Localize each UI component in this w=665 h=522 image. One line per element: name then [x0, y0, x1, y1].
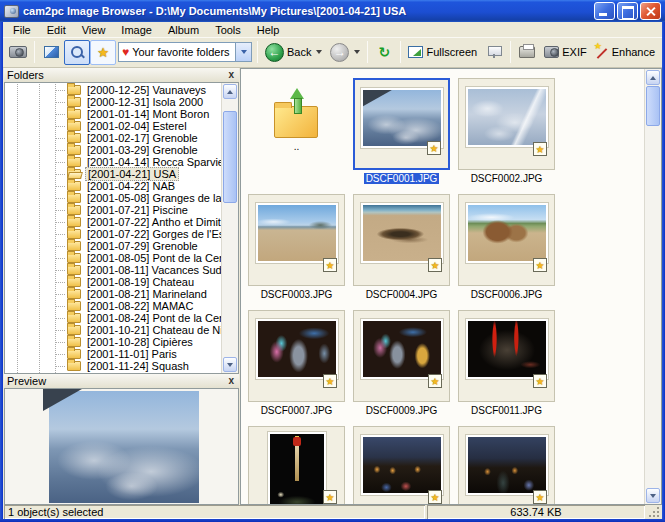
tree-item[interactable]: [2001-02-17] Grenoble: [5, 132, 221, 144]
forward-button[interactable]: →: [326, 40, 364, 65]
parent-folder-icon[interactable]: [272, 94, 322, 138]
tree-item[interactable]: [2001-08-21] Marineland: [5, 288, 221, 300]
tree-scroll-up-icon[interactable]: [223, 84, 237, 99]
menu-item-file[interactable]: File: [5, 23, 39, 37]
back-dropdown-icon[interactable]: [316, 50, 322, 54]
close-button[interactable]: [640, 2, 661, 20]
thumbnail-frame[interactable]: ★: [248, 310, 345, 402]
tree-item[interactable]: [2001-05-08] Granges de la Brasque: [5, 192, 221, 204]
favorite-star-badge[interactable]: ★: [428, 490, 442, 504]
favorite-star-badge[interactable]: ★: [533, 142, 547, 156]
thumbnail-image[interactable]: [256, 203, 338, 263]
favorite-star-badge[interactable]: ★: [323, 374, 337, 388]
menu-item-tools[interactable]: Tools: [207, 23, 249, 37]
thumbnail-item[interactable]: ★: [353, 426, 450, 505]
tree-item[interactable]: [2001-07-22] Antho et Dimitri: [5, 216, 221, 228]
tree-scroll-down-icon[interactable]: [223, 357, 237, 372]
thumbnail-item[interactable]: ★: [458, 426, 555, 505]
menu-item-view[interactable]: View: [74, 23, 114, 37]
thumbnail-frame[interactable]: ★: [458, 310, 555, 402]
tree-item[interactable]: [2001-04-21] USA: [5, 168, 221, 180]
menu-item-album[interactable]: Album: [160, 23, 207, 37]
tree-item[interactable]: [2001-10-21] Chateau de Nice: [5, 324, 221, 336]
tree-item[interactable]: [2001-08-05] Pont de la Cerise: [5, 252, 221, 264]
thumbnail-item[interactable]: ★DSCF0004.JPG: [353, 194, 450, 300]
thumbnail-frame[interactable]: ★: [248, 194, 345, 286]
tree-item[interactable]: [2001-01-14] Mont Boron: [5, 108, 221, 120]
thumbnail-item[interactable]: ★DSCF0001.JPG: [353, 78, 450, 184]
tree-item[interactable]: [2000-12-25] Vaunaveys: [5, 84, 221, 96]
enhance-button[interactable]: Enhance: [591, 40, 659, 65]
tree-item[interactable]: [2001-08-19] Chateau: [5, 276, 221, 288]
fullscreen-button[interactable]: Fullscreen: [404, 40, 481, 65]
exif-button[interactable]: EXIF: [540, 40, 590, 65]
thumbnail-image[interactable]: [361, 435, 443, 495]
favorite-star-badge[interactable]: ★: [533, 490, 547, 504]
tree-scroll-thumb[interactable]: [223, 111, 237, 203]
tree-item[interactable]: [2001-10-28] Cipières: [5, 336, 221, 348]
preview-close-icon[interactable]: x: [226, 376, 236, 386]
thumbnail-frame[interactable]: ★: [248, 426, 345, 505]
thumbnail-image[interactable]: [268, 432, 326, 505]
slideshow-button[interactable]: [481, 40, 507, 65]
thumbnail-frame[interactable]: ★: [353, 426, 450, 505]
maximize-button[interactable]: [617, 2, 638, 20]
tree-item[interactable]: [2001-08-24] Pont de la Cerise: [5, 312, 221, 324]
favorite-star-badge[interactable]: ★: [323, 258, 337, 272]
menu-item-image[interactable]: Image: [113, 23, 160, 37]
thumbnail-item[interactable]: ★DSCF0009.JPG: [353, 310, 450, 416]
thumbnail-item[interactable]: ★DSCF0007.JPG: [248, 310, 345, 416]
tree-item[interactable]: [2001-08-11] Vacances Sud-Ouest: [5, 264, 221, 276]
tree-item[interactable]: [2001-07-21] Piscine: [5, 204, 221, 216]
thumbnail-frame[interactable]: ★: [353, 310, 450, 402]
thumbnail-item[interactable]: ★DSCF0006.JPG: [458, 194, 555, 300]
parent-folder-item[interactable]: ..: [248, 78, 345, 184]
thumbnail-frame[interactable]: ★: [353, 194, 450, 286]
thumbnail-item[interactable]: ★DSCF0003.JPG: [248, 194, 345, 300]
thumbs-scroll-thumb[interactable]: [646, 86, 660, 126]
thumbnail-image[interactable]: [361, 203, 443, 263]
thumbnail-image[interactable]: [361, 319, 443, 379]
tree-scrollbar[interactable]: [221, 83, 238, 373]
favorite-star-badge[interactable]: ★: [533, 258, 547, 272]
thumbnail-image[interactable]: [256, 319, 338, 379]
thumbnail-frame[interactable]: ★: [353, 78, 450, 170]
tree-item[interactable]: [2001-03-29] Grenoble: [5, 144, 221, 156]
browse-mode-button[interactable]: [64, 40, 90, 65]
combo-dropdown-icon[interactable]: [235, 43, 251, 61]
acquire-camera-button[interactable]: [5, 40, 31, 65]
favorite-star-badge[interactable]: ★: [428, 374, 442, 388]
tree-item[interactable]: [2001-04-22] NAB: [5, 180, 221, 192]
thumbnail-frame[interactable]: ★: [458, 78, 555, 170]
forward-dropdown-icon[interactable]: [354, 50, 360, 54]
thumbnail-item[interactable]: ★DSCF0002.JPG: [458, 78, 555, 184]
minimize-button[interactable]: [594, 2, 615, 20]
print-button[interactable]: [514, 40, 540, 65]
title-bar[interactable]: cam2pc Image Browser - D:\My Documents\M…: [0, 0, 665, 22]
favorite-star-badge[interactable]: ★: [323, 490, 337, 504]
thumbnail-image[interactable]: [466, 87, 548, 147]
resize-grip[interactable]: [647, 505, 661, 519]
tree-item[interactable]: [2001-07-29] Grenoble: [5, 240, 221, 252]
thumbnail-frame[interactable]: ★: [458, 426, 555, 505]
thumbs-scroll-up-icon[interactable]: [646, 70, 660, 85]
back-button[interactable]: ← Back: [261, 40, 326, 65]
tree-item[interactable]: [2001-02-04] Esterel: [5, 120, 221, 132]
thumbnail-item[interactable]: ★: [248, 426, 345, 505]
favorite-star-badge[interactable]: ★: [533, 374, 547, 388]
thumbnail-image[interactable]: [361, 88, 443, 148]
thumbs-scroll-down-icon[interactable]: [646, 488, 660, 503]
folders-close-icon[interactable]: x: [226, 70, 236, 80]
thumbnail-image[interactable]: [466, 319, 548, 379]
thumbnail-frame[interactable]: ★: [458, 194, 555, 286]
thumbnail-image[interactable]: [466, 203, 548, 263]
tree-item[interactable]: [2001-11-01] Paris: [5, 348, 221, 360]
refresh-button[interactable]: ↻: [371, 40, 397, 65]
tree-item[interactable]: [2001-08-22] MAMAC: [5, 300, 221, 312]
tree-item[interactable]: [2000-12-31] Isola 2000: [5, 96, 221, 108]
favorite-star-badge[interactable]: ★: [428, 258, 442, 272]
thumbnail-item[interactable]: ★DSCF0011.JPG: [458, 310, 555, 416]
favorite-folders-combo[interactable]: ♥ Your favorite folders: [118, 42, 252, 62]
thumbnail-image[interactable]: [466, 435, 548, 495]
tree-item[interactable]: [2001-07-22] Gorges de l'Esteron: [5, 228, 221, 240]
